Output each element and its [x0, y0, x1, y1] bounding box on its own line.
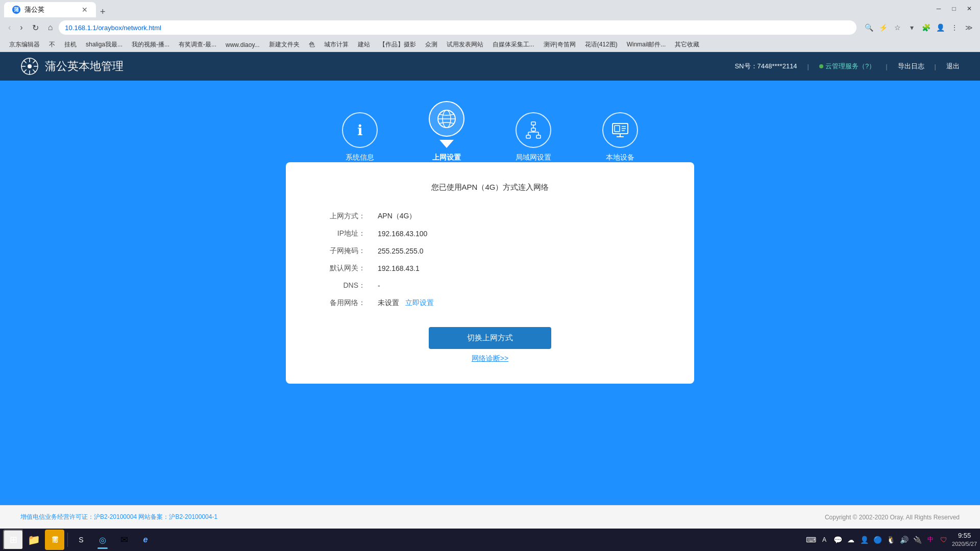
extensions-icon[interactable]: 🧩 [920, 21, 932, 34]
nav-icons: ℹ 系统信息 [342, 101, 638, 162]
sysinfo-label: 系统信息 [346, 153, 374, 162]
language-icon[interactable]: A [819, 535, 829, 545]
reload-button[interactable]: ↻ [29, 21, 42, 35]
start-button[interactable]: ⊞ [3, 530, 23, 550]
wechat-icon[interactable]: 💬 [832, 535, 843, 545]
search-icon[interactable]: 🔍 [863, 21, 875, 34]
setup-now-link[interactable]: 立即设置 [405, 298, 434, 307]
bookmark-10[interactable]: 建站 [354, 39, 374, 50]
taskbar-file-explorer[interactable]: 📁 [23, 530, 44, 550]
header-right: SN号：7448****2114 | 云管理服务（?） | 导出日志 | 退出 [734, 62, 960, 71]
window-controls: ─ □ ✕ [932, 2, 976, 15]
volume-icon[interactable]: 🔊 [899, 535, 909, 545]
url-bar[interactable]: 10.168.1.1/oraybox/network.html [59, 20, 856, 35]
address-bar: ‹ › ↻ ⌂ 10.168.1.1/oraybox/network.html … [0, 17, 980, 38]
cloud-icon[interactable]: ☁ [846, 535, 856, 545]
lightning-icon[interactable]: ⚡ [877, 21, 889, 34]
bookmark-8[interactable]: 色 [305, 39, 319, 50]
bookmark-7[interactable]: 新建文件夹 [265, 39, 304, 50]
icp-text: 增值电信业务经营许可证：沪B2-20100004 网站备案：沪B2-201000… [20, 513, 217, 521]
bookmark-2[interactable]: 挂机 [60, 39, 81, 50]
bookmark-12[interactable]: 众测 [421, 39, 442, 50]
home-button[interactable]: ⌂ [45, 21, 56, 34]
tab-close-button[interactable]: ✕ [82, 6, 88, 14]
nav-sysinfo[interactable]: ℹ 系统信息 [342, 101, 378, 162]
table-row: 备用网络： 未设置 立即设置 [316, 294, 664, 312]
input-method-icon[interactable]: 中 [925, 535, 936, 545]
taskbar-separator [67, 533, 68, 547]
bookmark-14[interactable]: 自媒体采集工... [488, 39, 538, 50]
taskbar: ⊞ 📁 需 S ◎ ✉ e ⌨ A 💬 ☁ 👤 🔵 🐧 🔊 🔌 中 🛡 9:55… [0, 529, 980, 551]
more-icon[interactable]: ≫ [963, 21, 975, 34]
sn-number: SN号：7448****2114 [734, 62, 797, 71]
field-value-3: 192.168.43.1 [368, 260, 664, 277]
bookmark-16[interactable]: 花语(412图) [581, 39, 622, 50]
bookmark-3[interactable]: shaliga我最... [82, 39, 127, 50]
divider-2: | [886, 63, 887, 70]
taskbar-clock[interactable]: 9:55 2020/5/27 [952, 531, 977, 548]
battery-icon[interactable]: 🔌 [912, 535, 922, 545]
bookmark-list-icon[interactable]: ▾ [905, 21, 918, 34]
logout-link[interactable]: 退出 [946, 62, 960, 71]
menu-icon[interactable]: ⋮ [948, 21, 961, 34]
bookmark-1[interactable]: 不 [45, 39, 59, 50]
taskbar-needs-app[interactable]: 需 [45, 530, 64, 550]
bookmark-star-icon[interactable]: ☆ [891, 21, 903, 34]
copyright-text: Copyright © 2002-2020 Oray. All Rights R… [825, 514, 960, 521]
account-icon[interactable]: 👤 [934, 21, 946, 34]
switch-connection-button[interactable]: 切换上网方式 [429, 327, 551, 349]
table-row: 子网掩码： 255.255.255.0 [316, 242, 664, 260]
antivirus-icon[interactable]: 🛡 [939, 535, 949, 545]
network-label: 上网设置 [432, 153, 461, 162]
restore-button[interactable]: □ [947, 2, 961, 15]
close-button[interactable]: ✕ [963, 2, 976, 15]
nav-network[interactable]: 上网设置 [429, 101, 464, 162]
title-bar: 蒲 蒲公英 ✕ + ─ □ ✕ [0, 0, 980, 17]
taskbar-browser[interactable]: ◎ [92, 530, 113, 550]
network-diagnose-link[interactable]: 网络诊断>> [316, 354, 664, 363]
panel-title: 您已使用APN（4G）方式连入网络 [316, 183, 664, 192]
bookmark-9[interactable]: 城市计算 [320, 39, 353, 50]
svg-rect-13 [531, 122, 535, 125]
taskbar-edge[interactable]: e [135, 530, 156, 550]
active-tab[interactable]: 蒲 蒲公英 ✕ [4, 2, 96, 17]
devices-icon [602, 112, 638, 148]
export-log-link[interactable]: 导出日志 [898, 62, 924, 71]
field-value-0: APN（4G） [368, 208, 664, 225]
field-label-1: IP地址： [316, 225, 368, 242]
toolbar-icons: 🔍 ⚡ ☆ ▾ 🧩 👤 ⋮ ≫ [863, 21, 975, 34]
active-arrow [439, 140, 454, 148]
avatar-icon[interactable]: 🔵 [872, 535, 883, 545]
taskbar-ime-app[interactable]: S [71, 530, 91, 550]
new-tab-button[interactable]: + [96, 7, 110, 17]
cloud-service-label: 云管理服务（?） [825, 62, 875, 71]
bookmark-17[interactable]: Winmail邮件... [623, 39, 670, 50]
bookmark-more[interactable]: 其它收藏 [671, 39, 703, 50]
taskbar-mail-app[interactable]: ✉ [114, 530, 134, 550]
bookmark-15[interactable]: 测评|奇笛网 [540, 39, 580, 50]
cloud-service-link[interactable]: 云管理服务（?） [819, 62, 875, 71]
tab-favicon: 蒲 [12, 6, 20, 14]
qq-icon[interactable]: 🐧 [886, 535, 896, 545]
app-title: 蒲公英本地管理 [45, 59, 124, 74]
info-table: 上网方式： APN（4G） IP地址： 192.168.43.100 子网掩码：… [316, 208, 664, 312]
bookmark-jd[interactable]: 京东编辑器 [5, 39, 44, 50]
bookmark-6[interactable]: www.diaoy... [222, 40, 263, 49]
field-value-2: 255.255.255.0 [368, 242, 664, 260]
forward-button[interactable]: › [17, 21, 26, 34]
nav-lan[interactable]: 局域网设置 [516, 101, 551, 162]
field-label-5: 备用网络： [316, 294, 368, 312]
time-display: 9:55 [952, 531, 977, 540]
table-row: 默认网关： 192.168.43.1 [316, 260, 664, 277]
backup-network-value: 未设置 [378, 298, 399, 307]
minimize-button[interactable]: ─ [932, 2, 945, 15]
keyboard-icon[interactable]: ⌨ [806, 535, 816, 545]
nav-devices[interactable]: 本地设备 [602, 101, 638, 162]
back-button[interactable]: ‹ [5, 21, 14, 34]
devices-label: 本地设备 [606, 153, 634, 162]
bookmark-5[interactable]: 有奖调查-最... [175, 39, 220, 50]
bookmark-4[interactable]: 我的视频-播... [128, 39, 174, 50]
bookmark-11[interactable]: 【作品】摄影 [375, 39, 420, 50]
bookmark-13[interactable]: 试用发表网站 [443, 39, 487, 50]
user-icon[interactable]: 👤 [859, 535, 869, 545]
